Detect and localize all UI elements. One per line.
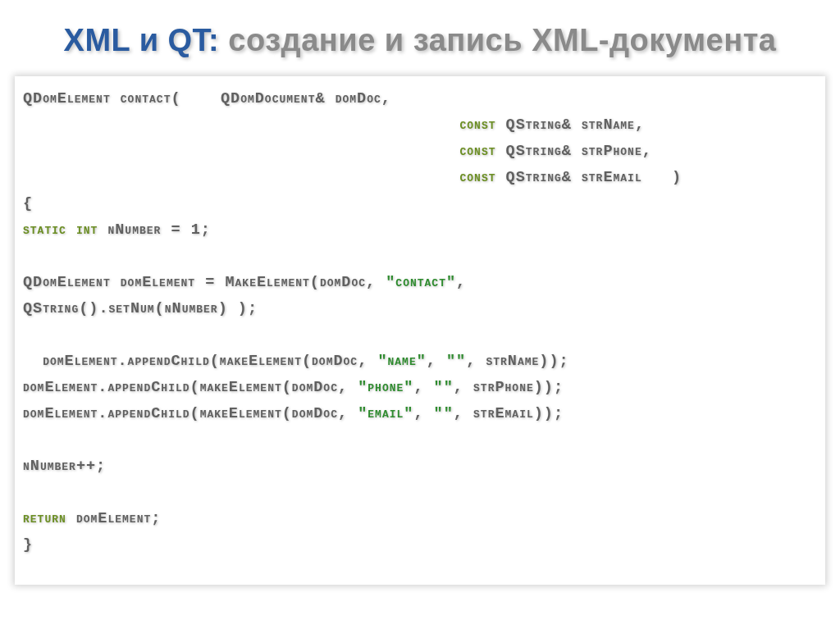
code-line: { bbox=[23, 195, 33, 212]
keyword-const: const bbox=[459, 143, 495, 160]
code-text: , bbox=[413, 379, 433, 396]
code-text: domElement.appendChild(makeElement(domDo… bbox=[23, 353, 377, 370]
string-literal: "phone" bbox=[358, 379, 413, 396]
code-text: , bbox=[456, 274, 466, 291]
string-literal: "contact" bbox=[386, 274, 456, 291]
slide-title: XML и QT: создание и запись XML-документ… bbox=[0, 23, 840, 58]
code-line: nNumber++; bbox=[23, 458, 106, 475]
code-text: QString& strPhone, bbox=[496, 143, 652, 160]
code-text: domElement; bbox=[66, 510, 162, 527]
string-literal: "" bbox=[446, 353, 466, 370]
string-literal: "name" bbox=[377, 353, 426, 370]
code-text: , strPhone)); bbox=[454, 379, 564, 396]
code-text: domElement.appendChild(makeElement(domDo… bbox=[23, 405, 358, 422]
code-indent bbox=[23, 116, 459, 134]
code-text: QString& strEmail ) bbox=[496, 169, 682, 186]
keyword-return: return bbox=[23, 510, 66, 527]
keyword-const: const bbox=[459, 116, 495, 134]
keyword-const: const bbox=[459, 169, 495, 186]
code-text: QString& strName, bbox=[496, 116, 646, 134]
code-text: , strEmail)); bbox=[454, 405, 564, 422]
code-line: QDomElement contact( QDomDocument& domDo… bbox=[23, 90, 391, 107]
keyword-static-int: static int bbox=[23, 221, 98, 239]
code-text: , bbox=[427, 353, 446, 370]
code-text: domElement.appendChild(makeElement(domDo… bbox=[23, 379, 358, 396]
code-indent bbox=[23, 169, 459, 186]
code-line: QString().setNum(nNumber) ); bbox=[23, 300, 258, 317]
string-literal: "" bbox=[434, 405, 454, 422]
code-line: } bbox=[23, 536, 33, 554]
code-indent bbox=[23, 143, 459, 160]
code-text: , bbox=[413, 405, 433, 422]
title-gray: создание и запись XML-документа bbox=[219, 23, 776, 57]
code-text: , strName)); bbox=[466, 353, 568, 370]
string-literal: "" bbox=[434, 379, 454, 396]
slide: XML и QT: создание и запись XML-документ… bbox=[0, 0, 840, 629]
code-text: QDomElement domElement = MakeElement(dom… bbox=[23, 274, 386, 291]
title-blue: XML и QT: bbox=[64, 23, 220, 57]
code-container: QDomElement contact( QDomDocument& domDo… bbox=[15, 76, 825, 585]
string-literal: "email" bbox=[358, 405, 413, 422]
code-block: QDomElement contact( QDomDocument& domDo… bbox=[23, 86, 817, 558]
code-text: nNumber = 1; bbox=[98, 221, 211, 239]
